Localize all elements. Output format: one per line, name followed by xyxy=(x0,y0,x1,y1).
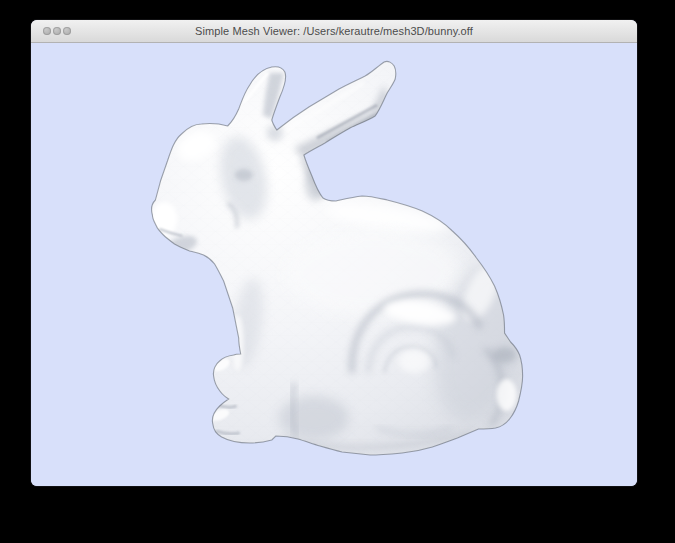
titlebar[interactable]: Simple Mesh Viewer: /Users/kerautre/mesh… xyxy=(31,20,637,43)
traffic-lights xyxy=(43,20,71,42)
minimize-button[interactable] xyxy=(53,27,61,35)
window-title: Simple Mesh Viewer: /Users/kerautre/mesh… xyxy=(195,20,473,42)
app-window: Simple Mesh Viewer: /Users/kerautre/mesh… xyxy=(31,20,637,486)
zoom-button[interactable] xyxy=(63,27,71,35)
close-button[interactable] xyxy=(43,27,51,35)
bunny-mesh xyxy=(31,43,637,486)
mesh-viewport[interactable] xyxy=(31,43,637,486)
